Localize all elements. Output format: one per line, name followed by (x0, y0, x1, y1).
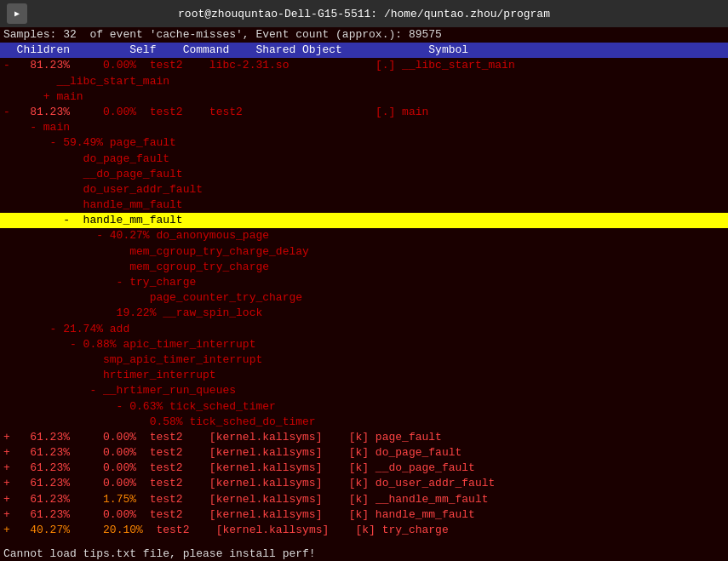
line-9: do_user_addr_fault (0, 182, 728, 197)
line-1: - 81.23% 0.00% test2 libc-2.31.so [.] __… (0, 58, 728, 73)
line-24: 0.58% tick_sched_do_timer (0, 415, 728, 430)
line-13: mem_cgroup_try_charge_delay (0, 244, 728, 260)
status-text: Cannot load tips.txt file, please instal… (3, 547, 316, 560)
window-title: root@zhouquntao-Dell-G15-5511: /home/qun… (178, 8, 550, 20)
terminal: Samples: 32 of event 'cache-misses', Eve… (0, 27, 728, 561)
line-18: - 21.74% add (0, 322, 728, 337)
line-8: __do_page_fault (0, 167, 728, 182)
line-5: - main (0, 120, 728, 135)
line-highlight: - handle_mm_fault (0, 213, 728, 228)
line-28: + 61.23% 0.00% test2 [kernel.kallsyms] [… (0, 476, 728, 491)
line-4: - 81.23% 0.00% test2 test2 [.] main (0, 105, 728, 120)
line-31: + 40.27% 20.10% test2 [kernel.kallsyms] … (0, 523, 728, 538)
title-bar: ▶ root@zhouquntao-Dell-G15-5511: /home/q… (0, 0, 728, 27)
line-30: + 61.23% 0.00% test2 [kernel.kallsyms] [… (0, 507, 728, 523)
line-3: + main (0, 89, 728, 105)
line-23: - 0.63% tick_sched_timer (0, 399, 728, 415)
line-17: 19.22% __raw_spin_lock (0, 306, 728, 321)
status-bar: Cannot load tips.txt file, please instal… (0, 547, 728, 561)
line-27: + 61.23% 0.00% test2 [kernel.kallsyms] [… (0, 461, 728, 476)
line-14: mem_cgroup_try_charge (0, 260, 728, 275)
line-29: + 61.23% 1.75% test2 [kernel.kallsyms] [… (0, 492, 728, 507)
line-12: - 40.27% do_anonymous_page (0, 228, 728, 243)
samples-line: Samples: 32 of event 'cache-misses', Eve… (0, 27, 728, 43)
line-19: - 0.88% apic_timer_interrupt (0, 337, 728, 352)
line-25: + 61.23% 0.00% test2 [kernel.kallsyms] [… (0, 430, 728, 445)
line-21: hrtimer_interrupt (0, 368, 728, 383)
line-20: smp_apic_timer_interrupt (0, 352, 728, 368)
line-26: + 61.23% 0.00% test2 [kernel.kallsyms] [… (0, 445, 728, 461)
line-22: - __hrtimer_run_queues (0, 383, 728, 398)
line-16: page_counter_try_charge (0, 290, 728, 306)
line-6: - 59.49% page_fault (0, 135, 728, 151)
line-2: __libc_start_main (0, 74, 728, 89)
line-15: - try_charge (0, 275, 728, 290)
line-10: handle_mm_fault (0, 197, 728, 213)
line-7: do_page_fault (0, 152, 728, 167)
terminal-icon: ▶ (7, 3, 27, 24)
column-headers: Children Self Command Shared Object Symb… (0, 43, 728, 58)
